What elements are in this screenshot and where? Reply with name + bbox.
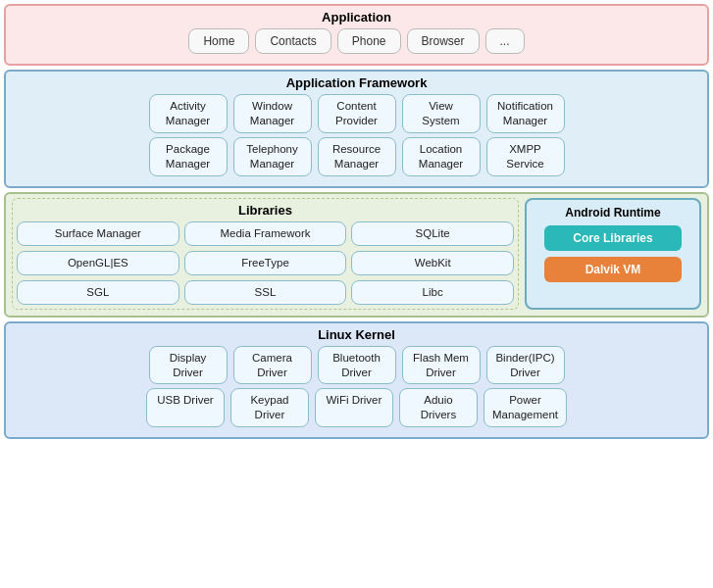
app-more[interactable]: ... — [485, 28, 525, 54]
power-management[interactable]: PowerManagement — [484, 388, 567, 427]
surface-manager[interactable]: Surface Manager — [17, 221, 179, 246]
webkit[interactable]: WebKit — [351, 251, 514, 275]
dalvik-vm[interactable]: Dalvik VM — [544, 257, 682, 282]
app-home[interactable]: Home — [188, 28, 249, 54]
application-section: Application Home Contacts Phone Browser … — [4, 4, 709, 66]
bluetooth-driver[interactable]: BluetoothDriver — [318, 346, 396, 385]
content-provider[interactable]: ContentProvider — [318, 94, 396, 133]
runtime-title: Android Runtime — [565, 206, 660, 220]
main-container: Application Home Contacts Phone Browser … — [0, 0, 713, 447]
keypad-driver[interactable]: KeypadDriver — [230, 388, 309, 427]
notification-manager[interactable]: NotificationManager — [486, 94, 565, 133]
display-driver[interactable]: DisplayDriver — [149, 346, 228, 385]
kernel-title: Linux Kernel — [12, 327, 701, 342]
kernel-row2: USB Driver KeypadDriver WiFi Driver Adui… — [12, 388, 701, 427]
libraries-grid: Surface Manager Media Framework SQLite O… — [17, 221, 514, 305]
sgl[interactable]: SGL — [17, 280, 179, 305]
app-browser[interactable]: Browser — [407, 28, 480, 54]
libraries-inner: Libraries Surface Manager Media Framewor… — [12, 198, 519, 310]
camera-driver[interactable]: CameraDriver — [233, 346, 312, 385]
binder-ipc-driver[interactable]: Binder(IPC)Driver — [486, 346, 565, 385]
app-phone[interactable]: Phone — [337, 28, 401, 54]
window-manager[interactable]: WindowManager — [233, 94, 312, 133]
framework-row2: PackageManager TelephonyManager Resource… — [12, 137, 701, 176]
application-row: Home Contacts Phone Browser ... — [12, 28, 701, 54]
sqlite[interactable]: SQLite — [351, 221, 514, 246]
framework-row1: ActivityManager WindowManager ContentPro… — [12, 94, 701, 133]
libs-runtime-section: Libraries Surface Manager Media Framewor… — [4, 192, 709, 318]
flash-mem-driver[interactable]: Flash MemDriver — [402, 346, 481, 385]
application-title: Application — [12, 10, 701, 24]
kernel-row1: DisplayDriver CameraDriver BluetoothDriv… — [12, 346, 701, 385]
app-contacts[interactable]: Contacts — [255, 28, 331, 54]
ssl[interactable]: SSL — [184, 280, 347, 305]
view-system[interactable]: ViewSystem — [402, 94, 481, 133]
kernel-section: Linux Kernel DisplayDriver CameraDriver … — [4, 321, 709, 440]
resource-manager[interactable]: ResourceManager — [318, 137, 396, 176]
framework-title: Application Framework — [12, 75, 701, 90]
location-manager[interactable]: LocationManager — [402, 137, 481, 176]
audio-drivers[interactable]: AduioDrivers — [399, 388, 478, 427]
xmpp-service[interactable]: XMPPService — [486, 137, 565, 176]
usb-driver[interactable]: USB Driver — [146, 388, 225, 427]
freetype[interactable]: FreeType — [184, 251, 347, 275]
framework-section: Application Framework ActivityManager Wi… — [4, 70, 709, 188]
media-framework[interactable]: Media Framework — [184, 221, 347, 246]
libc[interactable]: Libc — [351, 280, 514, 305]
libraries-title: Libraries — [17, 203, 514, 218]
telephony-manager[interactable]: TelephonyManager — [233, 137, 312, 176]
activity-manager[interactable]: ActivityManager — [149, 94, 228, 133]
opengl-es[interactable]: OpenGL|ES — [17, 251, 179, 275]
wifi-driver[interactable]: WiFi Driver — [315, 388, 393, 427]
android-runtime-box: Android Runtime Core Libraries Dalvik VM — [525, 198, 701, 310]
package-manager[interactable]: PackageManager — [149, 137, 228, 176]
core-libraries[interactable]: Core Libraries — [544, 225, 682, 251]
